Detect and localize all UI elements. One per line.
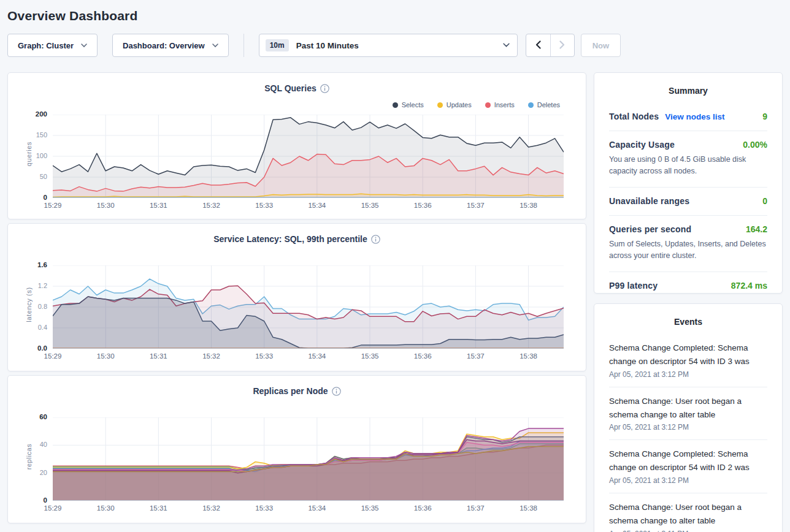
summary-label: Total Nodes: [609, 112, 659, 121]
x-axis-tick: 15:32: [202, 202, 220, 209]
x-axis-tick: 15:37: [467, 202, 485, 209]
summary-label: P99 latency: [609, 281, 658, 291]
x-axis-tick: 15:32: [202, 352, 220, 360]
chart-title-text: Replicas per Node: [253, 386, 328, 396]
x-axis-tick: 15:38: [520, 352, 537, 360]
x-axis-tick: 15:34: [308, 352, 326, 360]
x-axis-tick: 15:36: [414, 202, 432, 209]
page-title: Overview Dashboard: [0, 0, 790, 27]
graph-dropdown-label: Graph: Cluster: [18, 41, 74, 50]
time-range-picker[interactable]: 10m Past 10 Minutes: [259, 34, 518, 57]
chart-card-sql-queries: SQL Queries SelectsUpdatesInsertsDeletes…: [7, 72, 586, 219]
x-axis-tick: 15:33: [255, 352, 273, 360]
dashboard-dropdown[interactable]: Dashboard: Overview: [112, 34, 229, 57]
chevron-down-icon: [81, 44, 87, 48]
events-title: Events: [594, 304, 782, 334]
chart-title: Service Latency: SQL, 99th percentile: [8, 234, 586, 246]
summary-label: Queries per second: [609, 224, 691, 234]
x-axis-tick: 15:35: [361, 352, 379, 360]
summary-value: 872.4 ms: [731, 281, 767, 291]
event-item[interactable]: Schema Change: User root began a schema …: [609, 387, 767, 440]
summary-subtext: You are using 0 B of 4.5 GiB usable disk…: [609, 154, 767, 178]
time-range-badge: 10m: [266, 39, 289, 51]
summary-value: 0: [762, 196, 767, 206]
chart-title-text: Service Latency: SQL, 99th percentile: [213, 234, 367, 244]
x-axis-tick: 15:37: [467, 352, 485, 360]
legend-item-inserts: Inserts: [485, 101, 515, 108]
event-timestamp: Apr 05, 2021 at 3:12 PM: [609, 476, 767, 485]
charts-column: SQL Queries SelectsUpdatesInsertsDeletes…: [7, 72, 586, 532]
summary-value: 9: [762, 112, 767, 121]
chart-legend: SelectsUpdatesInsertsDeletes: [393, 101, 560, 108]
summary-panel: Summary Total Nodes View nodes list 9 Ca…: [594, 72, 783, 294]
x-axis-tick: 15:33: [255, 202, 273, 209]
x-axis-tick: 15:38: [520, 202, 537, 209]
chart-title: SQL Queries: [8, 83, 586, 95]
x-axis-tick: 15:36: [414, 504, 432, 512]
x-axis-tick: 15:29: [44, 202, 62, 209]
x-axis-tick: 15:30: [97, 352, 115, 360]
chart-plot-area[interactable]: [53, 265, 564, 349]
x-axis-tick: 15:36: [414, 352, 432, 360]
summary-row-capacity-usage: Capacity Usage 0.00% You are using 0 B o…: [609, 131, 767, 187]
legend-dot: [393, 102, 398, 108]
y-axis-tick: 150: [8, 131, 47, 139]
y-axis-tick: 20: [8, 469, 47, 476]
summary-row-queries-per-second: Queries per second 164.2 Sum of Selects,…: [609, 215, 767, 272]
chart-card-service-latency: Service Latency: SQL, 99th percentile la…: [7, 223, 586, 371]
events-panel: Events Schema Change Completed: Schema c…: [594, 303, 783, 532]
toolbar-divider: [244, 34, 244, 57]
x-axis-tick: 15:31: [150, 504, 167, 512]
event-text: Schema Change: User root began a schema …: [609, 395, 767, 422]
time-step-buttons: [526, 34, 575, 57]
event-timestamp: Apr 05, 2021 at 3:11 PM: [609, 530, 767, 532]
event-text: Schema Change: User root began a schema …: [609, 501, 767, 528]
toolbar: Graph: Cluster Dashboard: Overview 10m P…: [7, 33, 783, 58]
x-axis-tick: 15:31: [150, 352, 167, 360]
sidebar: Summary Total Nodes View nodes list 9 Ca…: [594, 72, 783, 532]
x-axis-tick: 15:35: [361, 202, 379, 209]
time-prev-button[interactable]: [526, 34, 550, 56]
legend-dot: [485, 102, 491, 108]
graph-dropdown[interactable]: Graph: Cluster: [7, 34, 98, 57]
info-icon[interactable]: [320, 85, 329, 95]
dashboard-dropdown-label: Dashboard: Overview: [123, 41, 205, 50]
summary-label: Unavailable ranges: [609, 196, 689, 206]
summary-row-p99-latency: P99 latency 872.4 ms: [609, 272, 767, 300]
chevron-down-icon: [212, 44, 218, 48]
x-axis-tick: 15:32: [202, 504, 220, 512]
x-axis-tick: 15:30: [97, 504, 115, 512]
x-axis-tick: 15:38: [520, 504, 537, 512]
y-axis-tick: 0: [8, 496, 47, 504]
chart-plot-area[interactable]: [53, 417, 564, 501]
y-axis-tick: 0.4: [8, 324, 47, 331]
view-nodes-list-link[interactable]: View nodes list: [665, 112, 724, 121]
info-icon[interactable]: [371, 236, 380, 246]
legend-dot: [437, 102, 443, 108]
legend-item-selects: Selects: [393, 101, 424, 108]
y-axis-tick: 0.0: [8, 344, 47, 352]
summary-value: 164.2: [746, 224, 767, 234]
y-axis-tick: 1.6: [8, 261, 47, 268]
event-item[interactable]: Schema Change: User root began a schema …: [609, 493, 767, 532]
legend-label: Selects: [402, 101, 424, 108]
summary-subtext: Sum of Selects, Updates, Inserts, and De…: [609, 238, 767, 262]
x-axis-tick: 15:31: [150, 202, 167, 209]
summary-row-unavailable-ranges: Unavailable ranges 0: [609, 187, 767, 215]
time-next-button[interactable]: [550, 34, 574, 56]
y-axis-tick: 100: [8, 152, 47, 159]
summary-label: Capacity Usage: [609, 140, 675, 150]
chevron-right-icon: [559, 40, 565, 51]
summary-row-total-nodes: Total Nodes View nodes list 9: [609, 103, 767, 131]
event-item[interactable]: Schema Change Completed: Schema change o…: [609, 334, 767, 387]
main-content: SQL Queries SelectsUpdatesInsertsDeletes…: [7, 72, 783, 532]
now-button[interactable]: Now: [581, 34, 621, 57]
chart-plot-area[interactable]: [53, 115, 564, 198]
event-text: Schema Change Completed: Schema change o…: [609, 341, 767, 368]
event-item[interactable]: Schema Change Completed: Schema change o…: [609, 439, 767, 493]
legend-item-updates: Updates: [437, 101, 472, 108]
event-timestamp: Apr 05, 2021 at 3:12 PM: [609, 370, 767, 379]
y-axis-tick: 40: [8, 441, 47, 448]
x-axis-tick: 15:29: [44, 352, 62, 360]
info-icon[interactable]: [332, 388, 341, 398]
